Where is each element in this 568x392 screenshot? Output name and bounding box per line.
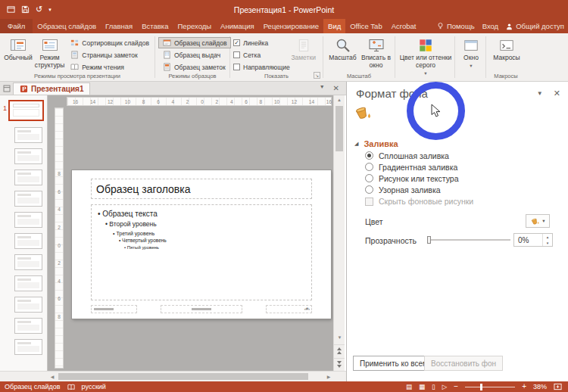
radio-button-icon[interactable]	[365, 151, 373, 160]
scroll-up-icon[interactable]: ▲	[334, 95, 345, 104]
ribbon-tab-5[interactable]: Анимация	[216, 19, 259, 33]
vertical-ruler[interactable]: 864202468	[55, 107, 64, 369]
sign-in-button[interactable]: Вход	[479, 19, 503, 33]
zoom-out-icon[interactable]: −	[454, 383, 458, 390]
guides-checkbox[interactable]: Направляющие	[233, 61, 290, 73]
layout-thumbnail[interactable]	[14, 233, 42, 249]
vertical-scrollbar-thumb[interactable]	[335, 106, 343, 151]
reading-view-button[interactable]: Режим чтения	[66, 61, 153, 73]
ribbon-tab-3[interactable]: Вставка	[137, 19, 173, 33]
body-bullet-level-2[interactable]: • Второй уровень	[105, 220, 308, 229]
ruler-checkbox[interactable]: ✓ Линейка	[233, 37, 290, 48]
radio-button-icon[interactable]	[365, 163, 373, 171]
share-button[interactable]: Общий доступ	[502, 19, 568, 33]
radio-button-icon[interactable]	[365, 185, 373, 194]
fill-option-1[interactable]: Сплошная заливка	[365, 150, 459, 161]
office-tab-menu-icon[interactable]	[3, 85, 11, 92]
horizontal-ruler[interactable]: 1614121086420246810121416	[67, 97, 332, 106]
grid-checkbox[interactable]: Сетка	[233, 49, 290, 61]
window-button[interactable]: Окно ▾	[458, 35, 484, 69]
fill-section-header[interactable]: ◢ Заливка	[354, 139, 398, 148]
normal-view-status-icon[interactable]: ▤	[406, 384, 412, 390]
save-icon[interactable]	[21, 5, 30, 14]
layout-thumbnail[interactable]	[14, 148, 42, 164]
zoom-in-icon[interactable]: +	[522, 383, 526, 390]
notes-button[interactable]: Заметки	[290, 35, 317, 62]
layout-thumbnail[interactable]	[14, 170, 42, 185]
body-placeholder[interactable]: • Образец текста• Второй уровень• Третий…	[91, 204, 312, 300]
app-icon[interactable]	[7, 5, 15, 14]
color-grayscale-button[interactable]: Цвет или оттенки серого ▾	[398, 35, 453, 76]
help-tab[interactable]: Помощь	[433, 19, 479, 33]
spin-down-icon[interactable]: ▾	[543, 240, 552, 246]
title-placeholder[interactable]: Образец заголовка	[91, 179, 312, 199]
transparency-slider[interactable]	[427, 235, 510, 244]
layout-thumbnail[interactable]	[14, 275, 42, 291]
body-bullet-level-5[interactable]: • Пятый уровень	[124, 245, 308, 251]
horizontal-scrollbar[interactable]: ◀ ▶	[48, 371, 333, 381]
layout-thumbnail[interactable]	[14, 254, 42, 270]
scroll-right-icon[interactable]: ▶	[324, 372, 333, 381]
pane-close-icon[interactable]: ✕	[554, 89, 560, 98]
color-picker-button[interactable]: ▾	[526, 214, 550, 228]
zoom-slider[interactable]	[465, 383, 515, 390]
master-thumbnail-selected[interactable]	[8, 100, 44, 121]
layout-thumbnail[interactable]	[14, 339, 42, 355]
radio-button-icon[interactable]	[365, 174, 373, 182]
macros-button[interactable]: Макросы	[489, 35, 524, 62]
dialog-launcher-icon[interactable]: ↘	[314, 72, 320, 79]
notes-master-button[interactable]: Образец заметок	[158, 61, 231, 73]
body-bullet-level-4[interactable]: • Четвертый уровень	[119, 238, 308, 244]
status-language[interactable]: русский	[77, 383, 111, 390]
slide-number-placeholder[interactable]: ‹#›	[266, 305, 312, 313]
normal-view-button[interactable]: Обычный	[3, 35, 33, 62]
document-tab[interactable]: Презентация1	[13, 82, 90, 95]
slideshow-status-icon[interactable]: ▷	[442, 384, 448, 390]
spellcheck-book-icon[interactable]	[65, 384, 77, 390]
qat-customize-icon[interactable]: ▾	[48, 7, 51, 12]
date-placeholder[interactable]	[91, 305, 137, 313]
apply-to-all-button[interactable]: Применить ко всем	[353, 356, 435, 371]
status-view-label[interactable]: Образец слайдов	[0, 383, 65, 390]
layout-thumbnail[interactable]	[14, 212, 42, 228]
fill-option-3[interactable]: Рисунок или текстура	[365, 173, 459, 184]
scroll-down-icon[interactable]: ▼	[334, 333, 345, 342]
slider-thumb[interactable]	[427, 236, 431, 244]
fill-option-4[interactable]: Узорная заливка	[365, 184, 459, 195]
tab-close-icon[interactable]: ✕	[333, 84, 339, 92]
ribbon-tab-2[interactable]: Главная	[101, 19, 137, 33]
layout-thumbnail[interactable]	[14, 191, 42, 207]
ribbon-tab-6[interactable]: Рецензирование	[259, 19, 323, 33]
spin-up-icon[interactable]: ▴	[543, 234, 552, 240]
slide-sorter-button[interactable]: Сортировщик слайдов	[66, 37, 153, 48]
ribbon-tab-1[interactable]: Образец слайдов	[33, 19, 101, 33]
fill-option-2[interactable]: Градиентная заливка	[365, 161, 459, 173]
body-bullet-level-3[interactable]: • Третий уровень	[113, 230, 308, 237]
fit-slide-to-window-icon[interactable]	[554, 383, 562, 390]
ribbon-tab-7[interactable]: Вид	[323, 19, 345, 33]
scroll-left-icon[interactable]: ◀	[48, 372, 57, 381]
transparency-spinner[interactable]: 0% ▴ ▾	[513, 233, 553, 247]
undo-icon[interactable]: ↺	[36, 5, 42, 14]
zoom-button[interactable]: Масштаб	[326, 35, 359, 62]
handout-master-button[interactable]: Образец выдач	[158, 49, 231, 61]
layout-thumbnail[interactable]	[14, 127, 42, 143]
zoom-percentage[interactable]: 38%	[533, 383, 547, 390]
zoom-slider-thumb[interactable]	[480, 384, 482, 390]
pane-options-icon[interactable]: ▼	[537, 90, 543, 97]
slide-master-button[interactable]: Образец слайдов	[158, 37, 231, 48]
slide-sorter-status-icon[interactable]: ▦	[419, 384, 425, 390]
ribbon-tab-8[interactable]: Office Tab	[345, 19, 386, 33]
ribbon-tab-9[interactable]: Acrobat	[387, 19, 421, 33]
reset-background-button[interactable]: Восстановить фон	[424, 356, 503, 371]
slide-canvas[interactable]: Образец заголовка • Образец текста• Втор…	[72, 170, 331, 319]
vertical-scrollbar[interactable]: ▲ ▼	[333, 95, 345, 371]
footer-placeholder[interactable]	[161, 305, 242, 313]
layout-thumbnail[interactable]	[14, 318, 42, 334]
horizontal-scrollbar-thumb[interactable]	[58, 373, 308, 380]
layout-thumbnail[interactable]	[14, 297, 42, 313]
notes-pages-button[interactable]: Страницы заметок	[66, 49, 153, 61]
next-slide-button[interactable]	[334, 358, 345, 370]
file-tab[interactable]: Файл	[0, 19, 33, 33]
reading-view-status-icon[interactable]: ▯	[432, 384, 435, 390]
